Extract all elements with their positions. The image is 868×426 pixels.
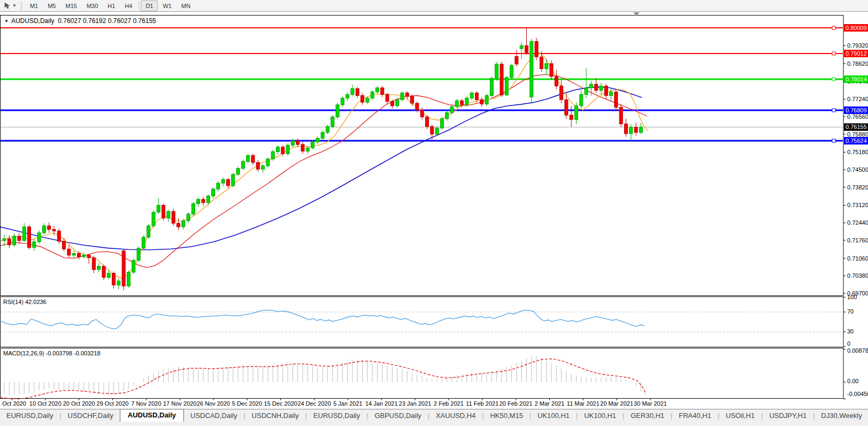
- candle: [28, 225, 31, 250]
- chart-title: ▼AUDUSD,Daily 0.76027 0.76192 0.76027 0.…: [4, 17, 156, 25]
- level-line-handle[interactable]: [832, 52, 835, 55]
- toolbar-separator: [139, 2, 139, 10]
- chart-tab-usdcad-daily[interactable]: USDCAD,Daily: [184, 410, 243, 422]
- candle-body: [366, 98, 369, 102]
- candle: [440, 117, 443, 130]
- level-line-handle[interactable]: [832, 78, 835, 81]
- candle-body: [191, 204, 195, 214]
- candle-body: [515, 56, 518, 64]
- candle-body: [92, 258, 95, 270]
- date-axis-label: 11 Mar 2021: [567, 400, 600, 407]
- candle-body: [505, 78, 508, 95]
- candle-body: [351, 89, 354, 95]
- candle-body: [431, 126, 434, 134]
- cursor-tool-icon[interactable]: [2, 1, 12, 11]
- candle-body: [639, 127, 642, 132]
- chart-tab-usdchf-daily[interactable]: USDCHF,Daily: [62, 410, 120, 422]
- timeframe-button-m30[interactable]: M30: [82, 1, 103, 11]
- chart-tab-uk100-h1[interactable]: UK100,H1: [531, 410, 576, 422]
- candle-body: [87, 255, 90, 258]
- candle: [495, 62, 498, 81]
- candle: [172, 209, 175, 226]
- timeframe-button-mn[interactable]: MN: [176, 1, 195, 11]
- candle-body: [212, 189, 215, 196]
- level-line-handle[interactable]: [832, 139, 835, 142]
- candle-body: [604, 86, 608, 96]
- candle: [510, 64, 513, 80]
- chart-tab-gbpusd-daily[interactable]: GBPUSD,Daily: [368, 410, 427, 422]
- candle-body: [241, 162, 244, 169]
- chart-tab-ger30-h1[interactable]: GER30,H1: [624, 410, 671, 422]
- collapse-triangle-icon[interactable]: ▼: [4, 19, 9, 24]
- candle-body: [152, 212, 155, 226]
- candle-body: [416, 103, 419, 110]
- timeframe-button-h4[interactable]: H4: [120, 1, 137, 11]
- candle-body: [33, 242, 36, 248]
- candle-body: [500, 64, 503, 95]
- candle-body: [18, 236, 21, 240]
- candle-body: [455, 101, 458, 107]
- candle-body: [575, 106, 578, 120]
- candle-body: [450, 107, 454, 112]
- candle-body: [63, 241, 66, 249]
- candle-body: [262, 166, 265, 169]
- price-line-badge: 0.76809: [844, 107, 868, 114]
- badge-value: 0.75624: [846, 138, 867, 144]
- candle-body: [42, 226, 45, 233]
- timeframe-button-w1[interactable]: W1: [158, 1, 176, 11]
- candle-body: [440, 119, 443, 128]
- tool-dropdown-caret-icon[interactable]: ▼: [12, 3, 17, 8]
- candle-body: [266, 159, 270, 166]
- candle-body: [147, 226, 150, 237]
- candle-body: [589, 84, 593, 88]
- candle-body: [634, 127, 637, 133]
- macd-axis-label: 0.00: [847, 378, 858, 384]
- candle: [619, 104, 623, 127]
- candle-body: [107, 273, 110, 278]
- level-line-handle[interactable]: [832, 26, 835, 29]
- candle-body: [286, 145, 289, 154]
- candle-body: [217, 183, 220, 189]
- candle-body: [580, 95, 583, 106]
- candle-body: [600, 86, 603, 90]
- candle-body: [187, 214, 190, 221]
- level-line-handle[interactable]: [832, 109, 835, 112]
- candle-body: [311, 142, 314, 148]
- candle: [122, 249, 125, 290]
- chart-tab-eurusd-daily[interactable]: EURUSD,Daily: [0, 410, 59, 422]
- timeframe-button-h1[interactable]: H1: [103, 1, 120, 11]
- chart-tab-eurusd-daily[interactable]: EURUSD,Daily: [307, 410, 366, 422]
- candle-body: [390, 102, 394, 106]
- timeframe-button-d1[interactable]: D1: [141, 1, 158, 11]
- timeframe-button-m5[interactable]: M5: [43, 1, 60, 11]
- chart-tab-xauusd-h4[interactable]: XAUUSD,H4: [429, 410, 482, 422]
- chart-canvas[interactable]: 0.793200.786200.779400.772400.765600.758…: [0, 0, 868, 426]
- chart-tab-usdcnh-daily[interactable]: USDCNH,Daily: [245, 410, 305, 422]
- chart-tab-uk100-h1[interactable]: UK100,H1: [578, 410, 623, 422]
- candle: [232, 173, 235, 187]
- candle: [490, 77, 493, 97]
- candle-body: [162, 205, 165, 218]
- timeframe-button-m1[interactable]: M1: [25, 1, 43, 11]
- date-axis-label: 5 Dec 2020: [232, 400, 262, 407]
- chart-tab-dj30-weekly[interactable]: DJ30,Weekly: [815, 410, 868, 422]
- chart-tab-audusd-daily[interactable]: AUDUSD,Daily: [120, 409, 184, 422]
- chart-tab-usoil-h1[interactable]: USOil,H1: [719, 410, 761, 422]
- candle-body: [555, 77, 558, 86]
- chart-tab-hk50-m15[interactable]: HK50,M15: [483, 410, 529, 422]
- candle-body: [401, 93, 404, 100]
- date-axis-label: 26 Nov 2020: [197, 400, 230, 407]
- candle-body: [396, 100, 399, 106]
- candle-body: [530, 41, 533, 97]
- candle-body: [67, 249, 71, 255]
- toolbar-grip[interactable]: [21, 2, 22, 10]
- chart-tab-usdjpy-h1[interactable]: USDJPY,H1: [763, 410, 813, 422]
- candle: [530, 39, 533, 104]
- date-axis-label: 20 Oct 2020: [63, 400, 95, 407]
- date-axis-label: 17 Nov 2020: [163, 400, 196, 407]
- candle-body: [137, 248, 140, 261]
- chart-tab-fra40-h1[interactable]: FRA40,H1: [672, 410, 718, 422]
- price-axis-label: 0.75180: [847, 149, 868, 155]
- candle-body: [206, 196, 210, 203]
- timeframe-button-m15[interactable]: M15: [60, 1, 81, 11]
